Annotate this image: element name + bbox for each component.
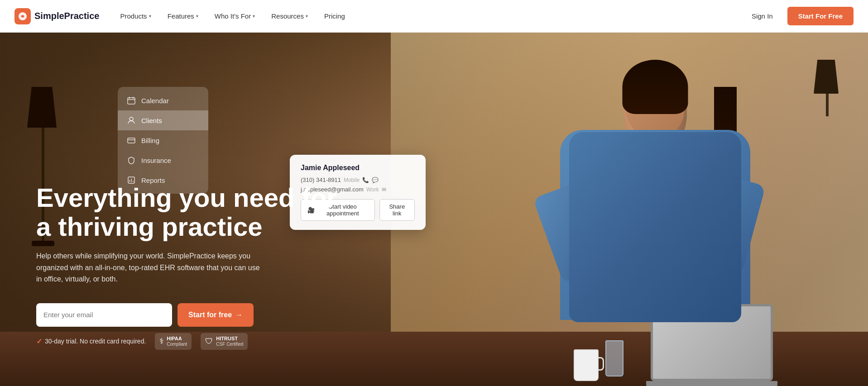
- chevron-down-icon: ▾: [149, 14, 151, 19]
- chevron-down-icon: ▾: [306, 14, 308, 19]
- start-for-free-button[interactable]: Start For Free: [787, 7, 854, 25]
- hitrust-text: HITRUST CSF Certified: [216, 336, 243, 347]
- sidebar-menu: Calendar Clients Billing: [118, 87, 208, 194]
- svg-point-5: [129, 117, 133, 121]
- mug: [574, 349, 599, 381]
- phone-icon: 📞: [362, 177, 369, 183]
- nav-actions: Sign In Start For Free: [744, 7, 854, 25]
- logo[interactable]: SimplePractice: [14, 8, 99, 24]
- figure-hair-long: [714, 87, 737, 223]
- lampshade-right: [814, 60, 839, 94]
- sidebar-item-billing[interactable]: Billing: [118, 130, 208, 150]
- hero-trust-section: ✓ 30-day trial. No credit card required.…: [36, 333, 337, 350]
- navbar: SimplePractice Products ▾ Features ▾ Who…: [0, 0, 868, 33]
- email-input[interactable]: [36, 303, 172, 327]
- hero-content: Everything you need for a thriving pract…: [36, 183, 337, 350]
- lamp-pole-right: [826, 94, 829, 116]
- client-name: Jamie Appleseed: [301, 164, 415, 172]
- sidebar-item-clients[interactable]: Clients: [118, 110, 208, 130]
- hipaa-text: HIPAA Compliant: [167, 336, 187, 347]
- svg-rect-6: [128, 138, 135, 143]
- sidebar-item-insurance[interactable]: Insurance: [118, 150, 208, 170]
- svg-rect-1: [128, 98, 135, 104]
- nav-item-pricing[interactable]: Pricing: [318, 9, 351, 24]
- nav-item-products[interactable]: Products ▾: [114, 9, 157, 24]
- clients-icon: [127, 116, 136, 125]
- calendar-icon: [127, 96, 136, 105]
- client-phone-detail: (310) 341-8911 Mobile 📞 💬: [301, 176, 415, 183]
- hero-subtitle: Help others while simplifying your world…: [36, 250, 263, 285]
- client-phone-label: Mobile: [344, 177, 360, 183]
- start-for-free-hero-button[interactable]: Start for free →: [177, 303, 254, 327]
- insurance-icon: [127, 156, 136, 165]
- hipaa-badge: ⚕ HIPAA Compliant: [155, 333, 192, 350]
- nav-links: Products ▾ Features ▾ Who It's For ▾ Res…: [114, 9, 744, 24]
- hitrust-badge: 🛡 HITRUST CSF Certified: [201, 333, 248, 350]
- hero-cta: Start for free →: [36, 303, 337, 327]
- nav-item-who-its-for[interactable]: Who It's For ▾: [208, 9, 261, 24]
- ui-overlay: Calendar Clients Billing: [118, 87, 208, 194]
- laptop-screen-figure: [651, 304, 773, 381]
- lampshade-left: [27, 87, 57, 128]
- glass: [605, 340, 623, 376]
- figure-hair: [623, 60, 688, 114]
- email-icon: ✉: [382, 186, 386, 193]
- nav-item-features[interactable]: Features ▾: [161, 9, 205, 24]
- hitrust-icon: 🛡: [205, 337, 213, 346]
- laptop-figure: [651, 304, 777, 386]
- logo-text: SimplePractice: [34, 11, 99, 21]
- hero-section: Calendar Clients Billing: [0, 33, 868, 386]
- logo-icon: [14, 8, 31, 24]
- chevron-down-icon: ▾: [196, 14, 198, 19]
- check-icon: ✓: [36, 337, 42, 346]
- hero-woman-figure: [560, 60, 750, 367]
- figure-body: [560, 130, 750, 320]
- lamp-right: [814, 60, 841, 114]
- sign-in-link[interactable]: Sign In: [744, 9, 780, 24]
- hipaa-icon: ⚕: [159, 336, 164, 346]
- sidebar-item-calendar[interactable]: Calendar: [118, 91, 208, 110]
- mug-handle: [598, 357, 604, 371]
- billing-icon: [127, 136, 136, 145]
- arrow-icon: →: [235, 311, 243, 319]
- client-phone-number: (310) 341-8911: [301, 176, 341, 183]
- message-icon: 💬: [372, 177, 379, 183]
- laptop-base-figure: [646, 381, 777, 386]
- share-link-button[interactable]: Share link: [379, 199, 415, 221]
- trial-text: ✓ 30-day trial. No credit card required.: [36, 337, 146, 346]
- hero-title: Everything you need for a thriving pract…: [36, 183, 337, 241]
- nav-item-resources[interactable]: Resources ▾: [265, 9, 314, 24]
- chevron-down-icon: ▾: [253, 14, 255, 19]
- client-email-label: Work: [366, 186, 379, 193]
- figure-necklace: [655, 150, 656, 186]
